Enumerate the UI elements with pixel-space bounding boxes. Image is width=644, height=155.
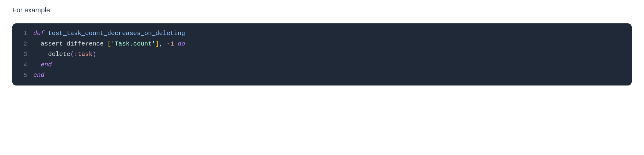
intro-paragraph: For example: — [12, 6, 632, 14]
code-line: 1 def test_task_count_decreases_on_delet… — [19, 28, 625, 39]
code-token: ( — [70, 51, 74, 58]
code-block: 1 def test_task_count_decreases_on_delet… — [12, 23, 632, 85]
code-token: delete — [33, 51, 70, 58]
code-token: , — [159, 40, 167, 47]
code-token: -1 — [167, 40, 174, 47]
code-content: def test_task_count_decreases_on_deletin… — [33, 28, 185, 39]
code-token: ] — [155, 40, 159, 47]
code-token: test_task_count_decreases_on_deleting — [48, 30, 185, 37]
code-token: :task — [74, 51, 93, 58]
code-token: end — [33, 72, 44, 79]
code-token: [ — [107, 40, 111, 47]
code-token — [174, 40, 178, 47]
code-line: 4 end — [19, 60, 625, 70]
code-token — [33, 61, 41, 68]
code-content: assert_difference ['Task.count'], -1 do — [33, 39, 185, 49]
code-line: 5 end — [19, 70, 625, 81]
line-number: 1 — [19, 28, 27, 39]
code-token: ) — [93, 51, 96, 58]
code-content: end — [33, 70, 44, 81]
code-token: assert_difference — [33, 40, 107, 47]
code-token: do — [178, 40, 185, 47]
line-number: 4 — [19, 60, 27, 70]
code-token: def — [33, 30, 44, 37]
code-content: delete(:task) — [33, 49, 96, 60]
code-line: 3 delete(:task) — [19, 49, 625, 60]
code-token: 'Task.count' — [111, 40, 155, 47]
code-token: end — [41, 61, 52, 68]
line-number: 5 — [19, 70, 27, 81]
line-number: 2 — [19, 39, 27, 49]
line-number: 3 — [19, 49, 27, 60]
code-line: 2 assert_difference ['Task.count'], -1 d… — [19, 39, 625, 49]
code-token — [44, 30, 48, 37]
code-content: end — [33, 60, 52, 70]
